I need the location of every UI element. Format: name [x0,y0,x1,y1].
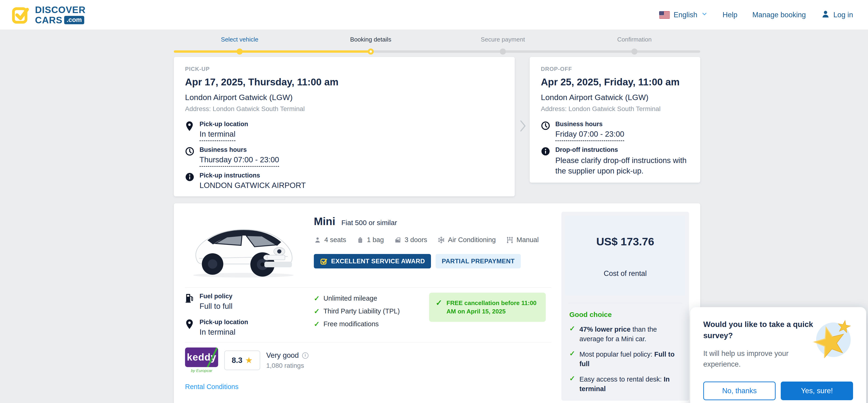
rental-conditions-link[interactable]: Rental Conditions [185,383,239,391]
survey-popup: Would you like to take a quick survey? I… [690,307,866,403]
pickup-section-label: PICK-UP [185,66,503,72]
price-sidebar: US$ 173.76 Cost of rental Good choice ✓ … [561,212,689,401]
step-dot-secure-payment [500,48,506,55]
good-choice-item: ✓ Easy access to rental desk: In termina… [569,374,681,394]
dropoff-hours-label: Business hours [555,121,624,128]
dropoff-card: DROP-OFF Apr 25, 2025, Friday, 11:00 am … [530,57,700,182]
checkmark-icon: ✓ [569,374,575,394]
dropoff-instructions-value: Please clarify drop-off instructions wit… [555,155,689,176]
divider [185,342,551,342]
included-item: ✓ Unlimited mileage [314,295,419,302]
pickup-instructions-label: Pick-up instructions [199,172,306,179]
language-label: English [674,11,698,19]
spec-ac: Air Conditioning [437,236,496,244]
spec-doors: 3 doors [394,236,427,244]
step-dot-select-vehicle [237,48,243,55]
survey-no-button[interactable]: No, thanks [703,381,776,400]
snowflake-icon [437,236,445,244]
included-item: ✓ Free modifications [314,320,419,328]
good-choice-item: ✓ 47% lower price than the average for a… [569,325,681,343]
location-cards: PICK-UP Apr 17, 2025, Thursday, 11:00 am… [174,57,700,196]
us-flag-icon [659,11,670,19]
step-booking-details: Booking details [350,36,391,43]
manage-booking-link[interactable]: Manage booking [752,11,806,19]
pickup-instructions-value: LONDON GATWICK AIRPORT [199,181,306,190]
person-icon [821,9,830,21]
clock-icon [541,121,550,131]
car-door-icon [394,236,402,244]
map-pin-icon [185,121,194,132]
dropoff-instructions-row: Drop-off instructions Please clarify dro… [541,146,689,176]
dropoff-hours-row: Business hours Friday 07:00 - 23:00 [541,121,689,141]
divider [185,287,551,288]
logo-check-icon [11,4,31,26]
fuel-policy-label: Fuel policy [199,293,232,300]
checkmark-icon: ✓ [569,325,575,343]
info-icon [185,172,194,182]
pickup-location-label: Pick-up location [199,121,248,128]
step-select-vehicle[interactable]: Select vehicle [221,36,258,43]
fuel-pump-icon [185,293,194,304]
good-choice-title: Good choice [569,311,681,318]
fuel-policy-value: Full to full [199,302,232,311]
pickup-location-row: Pick-up location In terminal [185,121,503,141]
pickup-datetime: Apr 17, 2025, Thursday, 11:00 am [185,76,503,88]
checkmark-icon: ✓ [314,320,320,328]
login-button[interactable]: Log in [821,9,853,21]
logo-word-cars: CARS [35,15,62,25]
help-link[interactable]: Help [723,11,738,19]
language-selector[interactable]: English [659,11,708,19]
step-confirmation: Confirmation [617,36,651,43]
chevron-down-icon [701,11,708,19]
discovercars-logo[interactable]: DISCOVER CARS .com [11,4,86,26]
checkmark-icon: ✓ [569,349,575,368]
price-box: US$ 173.76 Cost of rental [565,215,685,296]
supplier-rating-box: 8.3 ★ [224,350,260,370]
step-dot-booking-details [368,48,374,55]
vehicle-card: Mini Fiat 500 or similar 4 seats 1 bag [174,203,700,403]
price-amount: US$ 173.76 [570,235,681,248]
suitcase-icon [356,236,364,244]
dropoff-address: Address: London Gatwick South Terminal [541,105,689,113]
rating-value: 8.3 [232,356,242,365]
info-circle-icon[interactable]: i [302,352,308,359]
star-illustration [811,316,855,360]
dropoff-instructions-label: Drop-off instructions [555,146,689,154]
fuel-policy-row: Fuel policy Full to full [185,293,304,311]
login-label: Log in [834,11,853,19]
supplier-sublabel: by Europcar [185,368,218,373]
progress-stepper: Select vehicle Booking details Secure pa… [174,35,700,57]
check-square-icon [320,257,328,265]
good-choice-item: ✓ Most popular fuel policy: Full to full [569,349,681,368]
partial-prepayment-badge: PARTIAL PREPAYMENT [436,254,521,268]
dropoff-datetime: Apr 25, 2025, Friday, 11:00 am [541,76,689,88]
free-cancellation-banner: ✓ FREE cancellation before 11:00 AM on A… [429,293,546,322]
price-label: Cost of rental [570,269,681,278]
pickup-card: PICK-UP Apr 17, 2025, Thursday, 11:00 am… [174,57,515,196]
chevron-right-icon[interactable] [519,120,527,133]
vehicle-pickup-location-value: In terminal [199,328,248,337]
pickup-instructions-row: Pick-up instructions LONDON GATWICK AIRP… [185,172,503,190]
progress-fill [174,51,371,53]
survey-body: It will help us improve your experience. [703,348,808,370]
car-image [185,212,302,282]
vehicle-category: Mini [314,215,335,228]
included-item: ✓ Third Party Liability (TPL) [314,307,419,315]
checkmark-icon: ✓ [436,299,442,307]
map-pin-icon [185,318,194,330]
survey-yes-button[interactable]: Yes, sure! [781,381,853,400]
pickup-hours-value[interactable]: Thursday 07:00 - 23:00 [199,155,279,167]
vehicle-pickup-location-row: Pick-up location In terminal [185,318,304,337]
pickup-location-value[interactable]: In terminal [199,130,236,141]
pickup-hours-row: Business hours Thursday 07:00 - 23:00 [185,146,503,167]
clock-icon [185,146,194,157]
excellent-service-award-badge: EXCELLENT SERVICE AWARD [314,254,431,268]
supplier-logo: keddy by Europcar [185,347,218,373]
dropoff-location-name: London Airport Gatwick (LGW) [541,93,689,102]
included-features: ✓ Unlimited mileage ✓ Third Party Liabil… [314,293,419,337]
step-secure-payment: Secure payment [480,36,525,43]
dropoff-hours-value[interactable]: Friday 07:00 - 23:00 [555,130,624,141]
dropoff-section-label: DROP-OFF [541,66,689,72]
logo-word-discover: DISCOVER [35,5,86,15]
pickup-address: Address: London Gatwick South Terminal [185,105,503,113]
